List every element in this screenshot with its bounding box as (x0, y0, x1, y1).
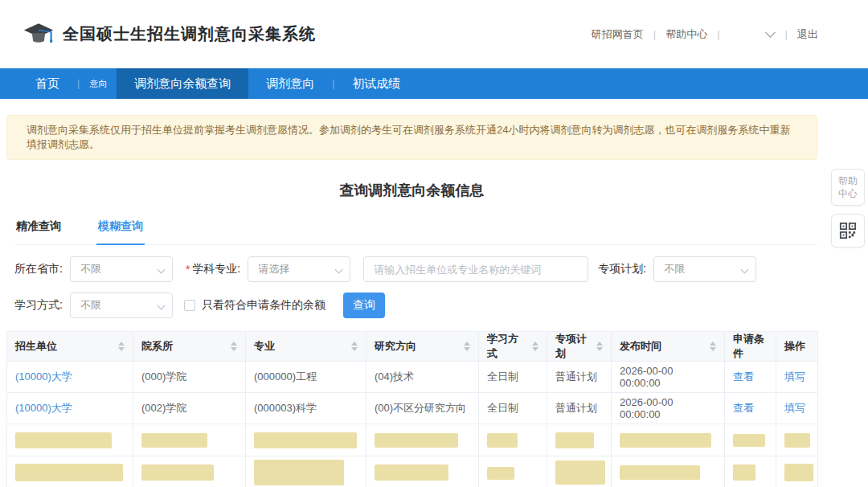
eligible-only-checkbox[interactable]: 只看符合申请条件的余额 (184, 298, 326, 313)
col-header-department[interactable]: 院系所 (133, 332, 246, 362)
header-links: 研招网首页 | 帮助中心 | | 退出 (592, 27, 818, 42)
redacted-text (784, 464, 813, 481)
table-row: (10000)大学 (000)学院 (000000)工程 (04)技术 全日制 … (7, 362, 818, 393)
redacted-text (254, 432, 357, 448)
col-header-unit[interactable]: 招生单位 (7, 332, 133, 362)
province-label: 所在省市: (14, 262, 63, 276)
unit-link[interactable]: (10000)大学 (15, 402, 72, 414)
subject-label: 学科专业: (192, 262, 240, 276)
view-link[interactable]: 查看 (733, 402, 754, 414)
redacted-text (487, 433, 518, 448)
chevron-down-icon (335, 266, 343, 274)
fill-link[interactable]: 填写 (784, 402, 805, 414)
checkbox-icon (184, 300, 195, 311)
sort-icon[interactable] (113, 342, 125, 351)
fill-link[interactable]: 填写 (784, 370, 805, 383)
nav-item-adjust-intent[interactable]: 调剂意向 (248, 68, 332, 99)
required-mark: * (186, 263, 190, 276)
sort-icon[interactable] (226, 342, 237, 351)
sort-icon[interactable] (527, 342, 538, 351)
special-plan-label: 专项计划: (598, 262, 646, 276)
link-help-center[interactable]: 帮助中心 (665, 27, 707, 42)
sort-icon[interactable] (592, 342, 603, 351)
redacted-text (254, 460, 344, 485)
redacted-text (620, 465, 700, 480)
redacted-text (487, 467, 514, 480)
main-nav: 首页 | 意向 调剂意向余额查询 调剂意向 | 初试成绩 (0, 68, 868, 99)
subject-select[interactable]: 请选择 (248, 256, 350, 282)
chevron-down-icon (741, 266, 749, 274)
chevron-down-icon (157, 266, 165, 274)
search-button[interactable]: 查询 (343, 293, 385, 318)
table-header-row: 招生单位 院系所 专业 研究方向 学习方式 专项计划 发布时间 申请条件 操作 (7, 332, 818, 362)
table-row: (10000)大学 (002)学院 (000003)科学 (00)不区分研究方向… (7, 393, 818, 424)
tab-fuzzy-query[interactable]: 模糊查询 (96, 219, 145, 245)
app-title: 全国硕士生招生调剂意向采集系统 (63, 23, 316, 45)
col-header-major[interactable]: 专业 (246, 332, 366, 362)
tab-precise-query[interactable]: 精准查询 (14, 219, 63, 244)
qr-code-icon (839, 222, 857, 239)
chevron-down-icon (157, 302, 165, 310)
col-header-action: 操作 (776, 332, 818, 362)
help-center-float-button[interactable]: 帮助 中心 (831, 169, 865, 206)
filter-row-2: 学习方式: 不限 只看符合申请条件的余额 查询 (14, 293, 817, 318)
graduation-cap-icon (23, 22, 55, 47)
nav-item-balance-query[interactable]: 调剂意向余额查询 (117, 68, 248, 99)
filter-row-1: 所在省市: 不限 * 学科专业: 请选择 专项计划: 不限 (14, 256, 817, 282)
col-header-plan[interactable]: 专项计划 (547, 332, 612, 362)
qr-code-float-button[interactable] (831, 214, 865, 248)
redacted-text (555, 460, 605, 485)
float-panel: 帮助 中心 (831, 169, 865, 248)
redacted-text (784, 433, 810, 448)
page-content: 调剂意向采集系统仅用于招生单位提前掌握考生调剂意愿情况。参加调剂的考生可在调剂服… (0, 115, 868, 487)
sort-icon[interactable] (705, 342, 716, 351)
redacted-text (555, 432, 594, 448)
col-header-apply-condition: 申请条件 (725, 332, 776, 362)
results-table: 招生单位 院系所 专业 研究方向 学习方式 专项计划 发布时间 申请条件 操作 … (6, 331, 818, 487)
view-link[interactable]: 查看 (733, 370, 754, 383)
nav-item-initial-score[interactable]: 初试成绩 (334, 68, 418, 99)
redacted-text (15, 432, 112, 448)
redacted-text (620, 433, 711, 448)
user-menu-chevron-down-icon[interactable] (765, 27, 776, 38)
redacted-text (15, 464, 123, 481)
province-select[interactable]: 不限 (70, 256, 173, 282)
top-header: 全国硕士生招生调剂意向采集系统 研招网首页 | 帮助中心 | | 退出 (0, 0, 868, 68)
redacted-text (733, 464, 755, 481)
unit-link[interactable]: (10000)大学 (15, 370, 72, 383)
query-tabs: 精准查询 模糊查询 (14, 219, 817, 245)
keyword-input[interactable] (363, 256, 588, 282)
page-title: 查询调剂意向余额信息 (6, 181, 817, 200)
redacted-text (141, 433, 207, 448)
redacted-text (375, 464, 448, 481)
nav-item-home[interactable]: 首页 (18, 68, 77, 99)
col-header-study-mode[interactable]: 学习方式 (479, 332, 547, 362)
special-plan-select[interactable]: 不限 (653, 256, 756, 282)
redacted-text (141, 464, 214, 481)
redacted-text (375, 433, 458, 448)
sort-icon[interactable] (459, 342, 470, 351)
col-header-direction[interactable]: 研究方向 (366, 332, 479, 362)
col-header-publish-time[interactable]: 发布时间 (612, 332, 725, 362)
nav-item-intent-small[interactable]: 意向 (80, 68, 117, 99)
redacted-text (733, 434, 765, 447)
link-yanzhao-home[interactable]: 研招网首页 (592, 27, 644, 42)
table-row-redacted (7, 456, 818, 487)
study-mode-select[interactable]: 不限 (70, 293, 173, 318)
table-row-redacted (7, 424, 818, 456)
logout-button[interactable]: 退出 (797, 27, 818, 42)
study-mode-label: 学习方式: (14, 298, 63, 313)
sort-icon[interactable] (346, 342, 358, 351)
notice-banner: 调剂意向采集系统仅用于招生单位提前掌握考生调剂意愿情况。参加调剂的考生可在调剂服… (6, 115, 817, 160)
